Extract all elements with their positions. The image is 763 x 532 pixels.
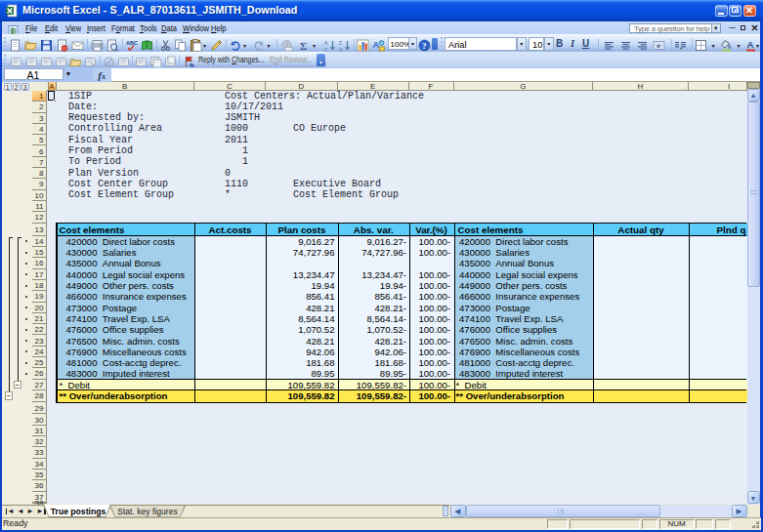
svg-text:A: A [373,40,380,50]
svg-text:Z: Z [323,46,327,52]
svg-text:Σ: Σ [300,39,307,51]
svg-text:Z: Z [339,39,343,45]
svg-text:A: A [339,46,344,52]
svg-text:A: A [747,39,754,50]
svg-text:ABC: ABC [126,40,138,46]
svg-text:?: ? [422,41,427,51]
svg-text:A: A [323,39,328,45]
